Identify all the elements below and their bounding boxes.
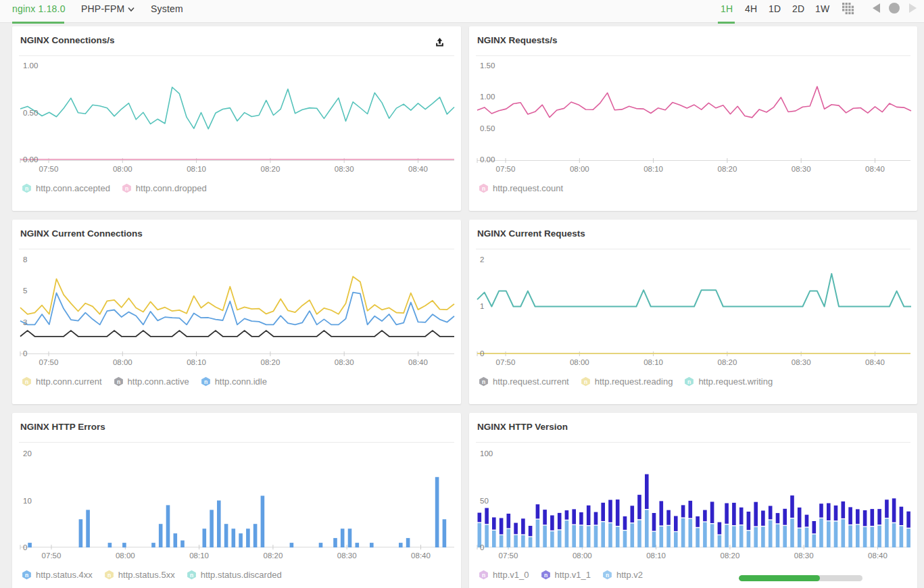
svg-text:0: 0 xyxy=(23,349,27,358)
svg-text:10: 10 xyxy=(23,497,32,505)
svg-text:07:50: 07:50 xyxy=(39,358,59,366)
svg-text:08:30: 08:30 xyxy=(337,552,357,560)
svg-text:n: n xyxy=(107,572,111,579)
svg-text:08:00: 08:00 xyxy=(570,165,589,173)
svg-text:5: 5 xyxy=(23,287,27,295)
svg-text:08:40: 08:40 xyxy=(865,165,885,173)
svg-text:07:50: 07:50 xyxy=(496,165,516,173)
svg-text:n: n xyxy=(482,572,485,579)
svg-text:08:30: 08:30 xyxy=(794,552,814,560)
svg-text:n: n xyxy=(190,572,193,579)
svg-text:0.00: 0.00 xyxy=(23,155,38,164)
svg-text:08:20: 08:20 xyxy=(261,358,281,366)
svg-text:08:40: 08:40 xyxy=(411,552,431,560)
svg-text:08:20: 08:20 xyxy=(261,165,281,173)
svg-text:2: 2 xyxy=(480,255,484,264)
svg-text:08:30: 08:30 xyxy=(792,165,811,173)
svg-text:08:20: 08:20 xyxy=(718,358,737,366)
svg-text:08:20: 08:20 xyxy=(718,165,737,173)
svg-text:n: n xyxy=(25,185,28,192)
svg-text:08:10: 08:10 xyxy=(187,358,206,366)
svg-text:08:30: 08:30 xyxy=(792,358,811,366)
svg-text:0.50: 0.50 xyxy=(480,124,495,132)
svg-text:1.00: 1.00 xyxy=(23,62,38,70)
svg-text:n: n xyxy=(482,185,485,192)
svg-text:n: n xyxy=(204,378,208,385)
svg-text:08:30: 08:30 xyxy=(335,165,354,173)
svg-text:8: 8 xyxy=(23,255,27,264)
svg-text:07:50: 07:50 xyxy=(496,358,516,366)
svg-text:07:50: 07:50 xyxy=(39,165,59,173)
svg-text:08:00: 08:00 xyxy=(573,552,592,560)
svg-text:08:40: 08:40 xyxy=(865,358,885,366)
svg-text:0.50: 0.50 xyxy=(23,109,38,117)
svg-text:08:10: 08:10 xyxy=(646,552,666,560)
svg-text:n: n xyxy=(116,378,120,385)
svg-text:08:00: 08:00 xyxy=(570,358,589,366)
svg-text:0: 0 xyxy=(23,543,27,552)
svg-text:20: 20 xyxy=(23,449,32,458)
svg-text:0.00: 0.00 xyxy=(480,155,495,164)
svg-text:n: n xyxy=(25,572,28,579)
svg-text:08:40: 08:40 xyxy=(868,552,887,560)
svg-text:50: 50 xyxy=(480,497,489,505)
svg-text:08:20: 08:20 xyxy=(721,552,740,560)
svg-text:n: n xyxy=(606,572,609,579)
svg-text:08:10: 08:10 xyxy=(189,552,209,560)
svg-text:1.50: 1.50 xyxy=(480,62,495,70)
svg-text:08:40: 08:40 xyxy=(408,165,428,173)
svg-text:n: n xyxy=(482,378,485,385)
svg-text:08:00: 08:00 xyxy=(113,165,132,173)
svg-text:08:30: 08:30 xyxy=(335,358,354,366)
svg-text:08:40: 08:40 xyxy=(408,358,428,366)
svg-text:3: 3 xyxy=(23,318,27,326)
svg-text:08:00: 08:00 xyxy=(116,552,135,560)
svg-text:1.00: 1.00 xyxy=(480,93,495,101)
svg-text:n: n xyxy=(687,378,691,385)
svg-text:n: n xyxy=(25,378,28,385)
svg-text:08:20: 08:20 xyxy=(264,552,283,560)
svg-text:100: 100 xyxy=(480,449,493,458)
svg-text:1: 1 xyxy=(480,302,484,310)
svg-text:0: 0 xyxy=(480,543,484,552)
svg-text:07:50: 07:50 xyxy=(499,552,518,560)
svg-text:n: n xyxy=(125,185,128,192)
svg-text:08:10: 08:10 xyxy=(643,358,663,366)
svg-text:n: n xyxy=(543,572,547,579)
svg-text:08:10: 08:10 xyxy=(643,165,663,173)
svg-text:07:50: 07:50 xyxy=(42,552,62,560)
svg-text:0: 0 xyxy=(480,349,484,358)
svg-text:n: n xyxy=(584,378,587,385)
svg-text:08:00: 08:00 xyxy=(113,358,132,366)
svg-text:08:10: 08:10 xyxy=(187,165,206,173)
